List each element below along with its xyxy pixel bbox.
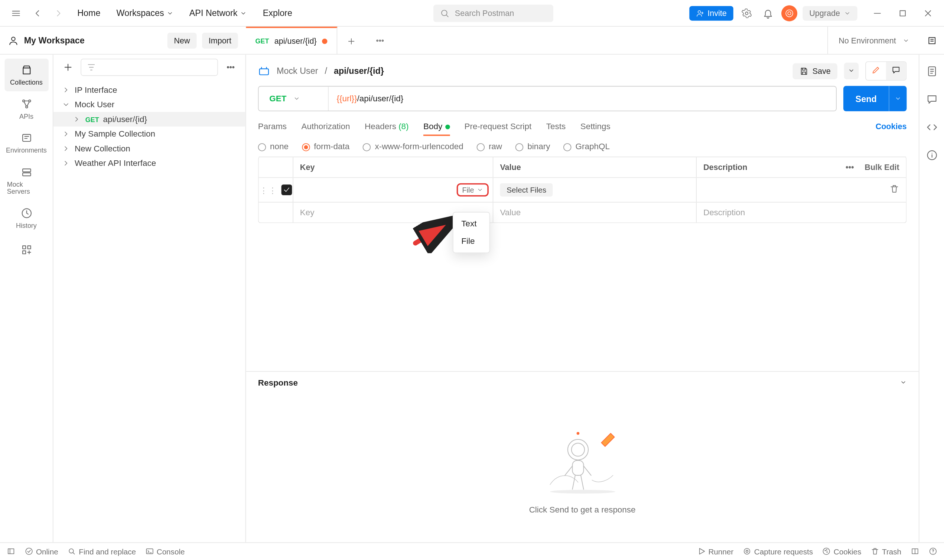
description-input-placeholder[interactable]: Description <box>697 203 846 223</box>
tree-node-request[interactable]: GETapi/user/{id} <box>54 112 245 126</box>
rail-environments[interactable]: Environments <box>5 126 48 159</box>
tree-node-ip-interface[interactable]: IP Interface <box>54 83 245 97</box>
notifications-icon[interactable] <box>760 5 776 21</box>
new-tab-button[interactable] <box>337 31 365 49</box>
workspace-name[interactable]: My Workspace <box>24 35 162 45</box>
comment-icon[interactable] <box>886 62 906 80</box>
breadcrumb-request[interactable]: api/user/{id} <box>334 66 384 76</box>
invite-button[interactable]: Invite <box>689 6 733 20</box>
cookies-link[interactable]: Cookies <box>876 122 907 131</box>
url-input[interactable]: {{url}}/api/user/{id} <box>329 94 836 103</box>
search-input[interactable]: Search Postman <box>433 5 553 22</box>
request-tab[interactable]: GET api/user/{id} <box>246 27 337 54</box>
tree-node-weather[interactable]: Weather API Interface <box>54 156 245 170</box>
send-options-icon[interactable] <box>888 86 907 111</box>
select-files-button[interactable]: Select Files <box>500 183 553 197</box>
table-row-new: Key Value Description <box>259 202 906 223</box>
capture-button[interactable]: Capture requests <box>743 547 813 555</box>
tab-options-icon[interactable] <box>366 31 395 49</box>
filter-input[interactable] <box>80 58 217 76</box>
window-close-icon[interactable] <box>920 5 936 21</box>
body-formdata[interactable]: form-data <box>302 142 349 151</box>
new-button[interactable]: New <box>168 32 197 48</box>
window-minimize-icon[interactable] <box>869 5 885 21</box>
tree-node-new-collection[interactable]: New Collection <box>54 142 245 156</box>
rail-history[interactable]: History <box>5 202 48 235</box>
console-button[interactable]: Console <box>145 547 185 555</box>
description-input[interactable] <box>697 178 846 202</box>
key-input[interactable]: File <box>293 178 494 202</box>
tab-tests[interactable]: Tests <box>546 118 566 135</box>
runner-button[interactable]: Runner <box>697 547 733 555</box>
bulk-edit-link[interactable]: Bulk Edit <box>865 163 899 172</box>
rail-collections[interactable]: Collections <box>5 58 48 91</box>
comments-icon[interactable] <box>926 91 938 109</box>
svg-point-8 <box>379 40 381 41</box>
save-dropdown[interactable] <box>844 63 859 79</box>
send-button[interactable]: Send <box>843 86 907 111</box>
rail-mock-servers[interactable]: Mock Servers <box>5 161 48 201</box>
window-maximize-icon[interactable] <box>895 5 910 21</box>
environment-selector[interactable]: No Environment <box>827 27 920 54</box>
rail-apis[interactable]: APIs <box>5 93 48 125</box>
value-input-placeholder[interactable]: Value <box>493 203 697 223</box>
response-header[interactable]: Response <box>246 371 918 394</box>
settings-icon[interactable] <box>739 5 754 21</box>
delete-row-icon[interactable] <box>889 184 899 195</box>
nav-api-network-label: API Network <box>190 8 238 18</box>
trash-button[interactable]: Trash <box>871 547 902 555</box>
breadcrumb-collection[interactable]: Mock User <box>277 66 318 76</box>
body-binary[interactable]: binary <box>515 142 550 151</box>
cookies-button[interactable]: Cookies <box>822 547 861 555</box>
two-pane-icon[interactable] <box>910 547 919 555</box>
nav-home[interactable]: Home <box>72 4 106 22</box>
tab-authorization[interactable]: Authorization <box>302 118 350 135</box>
sidebar-options-icon[interactable] <box>223 59 238 75</box>
help-icon[interactable] <box>929 547 937 555</box>
tree-node-mock-user[interactable]: Mock User <box>54 97 245 112</box>
cookies-label: Cookies <box>834 548 862 555</box>
nav-explore[interactable]: Explore <box>258 4 298 22</box>
body-raw[interactable]: raw <box>477 142 502 151</box>
rail-more[interactable] <box>5 238 48 261</box>
import-button[interactable]: Import <box>202 32 238 48</box>
body-graphql[interactable]: GraphQL <box>563 142 610 151</box>
method-selector[interactable]: GET <box>259 86 329 111</box>
tab-settings[interactable]: Settings <box>580 118 611 135</box>
info-icon[interactable] <box>926 146 938 165</box>
body-urlencoded[interactable]: x-www-form-urlencoded <box>363 142 463 151</box>
col-options-icon[interactable]: ••• <box>845 163 854 172</box>
environment-quicklook-icon[interactable] <box>924 32 940 48</box>
body-none[interactable]: none <box>258 142 288 151</box>
avatar[interactable] <box>781 5 797 21</box>
status-online[interactable]: Online <box>25 547 58 555</box>
row-checkbox[interactable] <box>281 185 292 195</box>
back-icon[interactable] <box>29 5 45 21</box>
col-key: Key <box>293 157 494 177</box>
dropdown-option-file[interactable]: File <box>453 233 489 250</box>
tree-node-sample[interactable]: My Sample Collection <box>54 126 245 141</box>
tab-pre-request[interactable]: Pre-request Script <box>464 118 531 135</box>
find-replace[interactable]: Find and replace <box>68 547 136 555</box>
dropdown-option-text[interactable]: Text <box>453 215 489 233</box>
response-collapse-icon[interactable] <box>900 378 907 388</box>
key-type-selector[interactable]: File <box>457 183 489 197</box>
upgrade-button[interactable]: Upgrade <box>802 6 857 20</box>
nav-api-network[interactable]: API Network <box>184 4 252 22</box>
forward-icon[interactable] <box>51 5 66 21</box>
tab-params[interactable]: Params <box>258 118 287 135</box>
tab-headers[interactable]: Headers (8) <box>365 118 409 135</box>
sidebar-toggle-icon[interactable] <box>7 547 15 555</box>
edit-icon[interactable] <box>866 62 886 80</box>
tab-body[interactable]: Body <box>423 118 450 135</box>
svg-point-23 <box>233 67 234 68</box>
menu-icon[interactable] <box>8 5 24 21</box>
svg-point-1 <box>698 11 701 13</box>
code-icon[interactable] <box>926 119 938 137</box>
nav-workspaces[interactable]: Workspaces <box>111 4 179 22</box>
svg-rect-16 <box>22 173 31 176</box>
docs-icon[interactable] <box>926 63 938 81</box>
create-collection-icon[interactable] <box>60 59 76 75</box>
save-button[interactable]: Save <box>793 63 838 79</box>
drag-handle-icon[interactable]: ⋮⋮ <box>259 185 277 195</box>
